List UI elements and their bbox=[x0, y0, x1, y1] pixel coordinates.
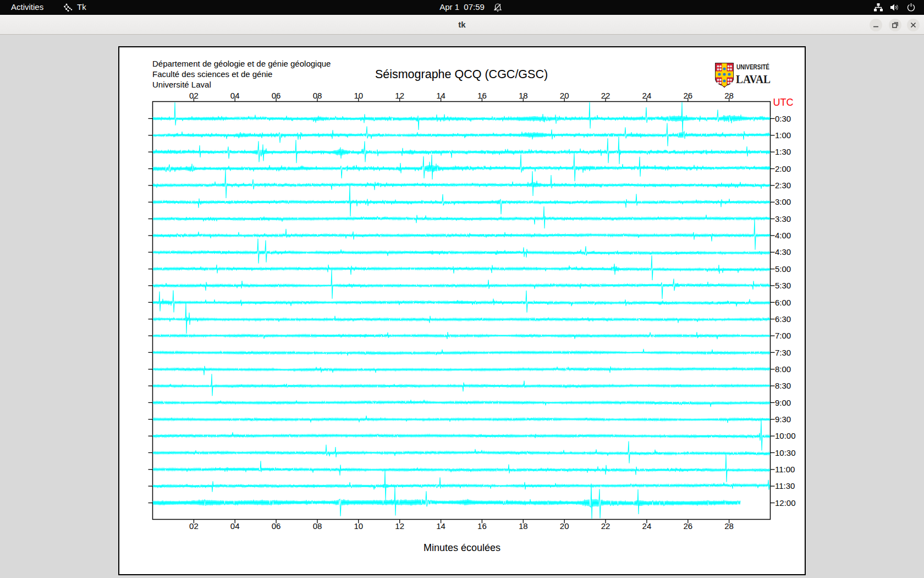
svg-text:18: 18 bbox=[519, 91, 528, 100]
svg-text:Séismographe QCQ (CGC/GSC): Séismographe QCQ (CGC/GSC) bbox=[375, 68, 548, 81]
svg-text:22: 22 bbox=[601, 521, 610, 531]
svg-text:12: 12 bbox=[395, 91, 404, 100]
svg-text:26: 26 bbox=[683, 91, 692, 100]
svg-text:24: 24 bbox=[642, 521, 652, 531]
svg-text:Département de géologie et de: Département de géologie et de génie géol… bbox=[152, 59, 331, 68]
svg-text:24: 24 bbox=[642, 91, 652, 100]
svg-text:08: 08 bbox=[313, 521, 322, 531]
svg-text:2:30: 2:30 bbox=[775, 181, 791, 190]
svg-text:UTC: UTC bbox=[773, 97, 794, 108]
svg-text:18: 18 bbox=[519, 521, 528, 531]
svg-text:UNIVERSITÉ: UNIVERSITÉ bbox=[736, 63, 769, 71]
svg-text:12: 12 bbox=[395, 521, 404, 531]
svg-text:08: 08 bbox=[313, 91, 322, 100]
svg-text:02: 02 bbox=[189, 91, 199, 100]
svg-text:4:00: 4:00 bbox=[775, 231, 791, 240]
svg-text:6:00: 6:00 bbox=[775, 298, 791, 307]
svg-text:6:30: 6:30 bbox=[775, 314, 791, 324]
svg-text:7:30: 7:30 bbox=[775, 348, 791, 357]
svg-text:20: 20 bbox=[560, 91, 569, 100]
svg-text:10:00: 10:00 bbox=[775, 431, 796, 440]
svg-text:11:00: 11:00 bbox=[775, 465, 795, 474]
svg-text:1:30: 1:30 bbox=[775, 147, 791, 156]
svg-text:3:30: 3:30 bbox=[775, 214, 791, 223]
svg-text:0:30: 0:30 bbox=[775, 114, 791, 123]
svg-text:28: 28 bbox=[724, 521, 734, 531]
svg-text:Université Laval: Université Laval bbox=[152, 80, 211, 89]
svg-text:02: 02 bbox=[189, 521, 199, 531]
svg-text:8:30: 8:30 bbox=[775, 381, 791, 390]
svg-text:5:30: 5:30 bbox=[775, 281, 791, 290]
svg-text:9:00: 9:00 bbox=[775, 398, 791, 407]
svg-text:4:30: 4:30 bbox=[775, 247, 791, 257]
svg-text:12:00: 12:00 bbox=[775, 498, 796, 508]
svg-text:1:00: 1:00 bbox=[775, 130, 791, 140]
svg-text:14: 14 bbox=[436, 91, 446, 100]
svg-text:06: 06 bbox=[272, 521, 281, 531]
svg-text:04: 04 bbox=[230, 521, 240, 531]
svg-text:11:30: 11:30 bbox=[775, 481, 795, 490]
svg-text:7:00: 7:00 bbox=[775, 331, 791, 340]
svg-text:5:00: 5:00 bbox=[775, 264, 791, 274]
svg-text:10: 10 bbox=[354, 91, 363, 100]
svg-text:26: 26 bbox=[683, 521, 692, 531]
svg-text:06: 06 bbox=[272, 91, 281, 100]
svg-text:28: 28 bbox=[724, 91, 734, 100]
svg-text:16: 16 bbox=[477, 521, 487, 531]
svg-text:9:30: 9:30 bbox=[775, 415, 791, 424]
svg-text:10:30: 10:30 bbox=[775, 448, 796, 457]
svg-text:10: 10 bbox=[354, 521, 363, 531]
svg-text:Faculté des sciences et de gén: Faculté des sciences et de génie bbox=[152, 69, 272, 79]
svg-text:04: 04 bbox=[230, 91, 240, 100]
svg-text:8:00: 8:00 bbox=[775, 364, 791, 374]
svg-text:LAVAL: LAVAL bbox=[736, 72, 771, 86]
svg-text:Minutes écoulées: Minutes écoulées bbox=[424, 542, 501, 553]
svg-text:14: 14 bbox=[436, 521, 446, 531]
svg-text:16: 16 bbox=[477, 91, 487, 100]
svg-text:22: 22 bbox=[601, 91, 610, 100]
svg-text:3:00: 3:00 bbox=[775, 197, 791, 206]
svg-text:2:00: 2:00 bbox=[775, 164, 791, 173]
svg-text:20: 20 bbox=[560, 521, 569, 531]
